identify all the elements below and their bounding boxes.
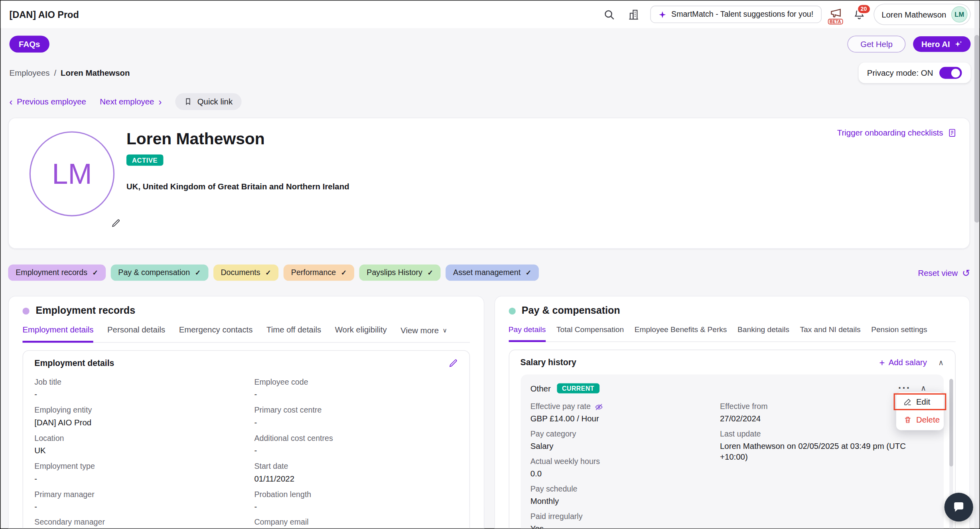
entry-options-dots-icon[interactable]: ··· (898, 385, 911, 391)
breadcrumb-employees[interactable]: Employees (10, 68, 50, 78)
privacy-mode-toggle[interactable] (939, 67, 962, 79)
collapse-chevron-up-icon[interactable]: ∧ (938, 358, 944, 367)
view-chips-row: Employment records✓ Pay & compensation✓ … (8, 265, 970, 281)
employment-records-panel: Employment records Employment details Pe… (8, 296, 484, 529)
field-company-email: Company email- (254, 518, 457, 529)
tab-tax-ni-details[interactable]: Tax and NI details (800, 325, 861, 342)
salary-history-title: Salary history (521, 358, 576, 367)
hero-ai-button[interactable]: Hero AI (913, 36, 971, 52)
trigger-onboarding-link[interactable]: Trigger onboarding checklists (837, 128, 957, 138)
chat-support-button[interactable] (945, 493, 973, 521)
edit-pen-icon (904, 398, 912, 406)
scrollbar-thumb[interactable] (949, 379, 953, 467)
employee-avatar[interactable]: LM (30, 131, 114, 216)
breadcrumb: Employees / Loren Mathewson (10, 68, 130, 78)
check-icon: ✓ (265, 269, 271, 277)
tab-view-more[interactable]: View more ∨ (400, 325, 447, 342)
field-actual-weekly-hours: Actual weekly hours0.0 (530, 457, 720, 479)
field-start-date: Start date01/11/2022 (254, 462, 457, 484)
menu-item-delete[interactable]: Delete (901, 413, 939, 427)
chip-documents[interactable]: Documents✓ (213, 265, 279, 281)
field-primary-manager: Primary manager- (34, 490, 238, 512)
panel-dot (509, 307, 515, 314)
avatar-edit-pencil-icon[interactable] (111, 218, 121, 228)
chevron-down-icon: ∨ (443, 327, 447, 334)
toggle-knob (951, 69, 960, 77)
chip-payslips-history[interactable]: Payslips History✓ (359, 265, 441, 281)
tab-emergency-contacts[interactable]: Emergency contacts (179, 325, 253, 342)
panel-title: Employment records (35, 305, 135, 316)
quick-link-button[interactable]: Quick link (175, 93, 241, 110)
faqs-button[interactable]: FAQs (10, 35, 49, 52)
eye-off-icon[interactable] (594, 402, 603, 411)
tab-banking-details[interactable]: Banking details (737, 325, 789, 342)
tab-pay-details[interactable]: Pay details (509, 325, 546, 342)
check-icon: ✓ (427, 269, 433, 277)
help-actions-row: FAQs Get Help Hero AI (1, 28, 980, 53)
panel-title: Pay & compensation (522, 305, 620, 316)
edit-section-pencil-icon[interactable] (448, 358, 458, 368)
field-additional-cost-centres: Additional cost centres- (254, 434, 457, 456)
chip-pay-compensation[interactable]: Pay & compensation✓ (110, 265, 208, 281)
quick-link-label: Quick link (197, 97, 233, 106)
add-salary-button[interactable]: + Add salary (879, 358, 927, 367)
field-pay-schedule: Pay scheduleMonthly (530, 484, 720, 507)
reset-view-label: Reset view (918, 268, 958, 277)
user-avatar: LM (951, 6, 968, 23)
notification-count-badge: 20 (856, 4, 871, 14)
field-location: LocationUK (34, 434, 238, 456)
scrollbar-thumb[interactable] (974, 35, 980, 223)
employment-records-tabs: Employment details Personal details Emer… (22, 325, 469, 343)
tab-time-off-details[interactable]: Time off details (266, 325, 321, 342)
check-icon: ✓ (195, 269, 201, 277)
chevron-right-icon: › (158, 97, 162, 106)
trigger-onboarding-label: Trigger onboarding checklists (837, 128, 943, 138)
beta-feature-icon[interactable]: BETA (830, 6, 845, 23)
employee-summary-card: LM Loren Mathewson ACTIVE UK, United Kin… (8, 118, 970, 249)
field-probation-length: Probation length- (254, 490, 457, 512)
previous-employee-label: Previous employee (17, 97, 86, 106)
chip-asset-management[interactable]: Asset management✓ (446, 265, 539, 281)
trash-icon (904, 416, 912, 424)
plus-icon: + (879, 358, 885, 367)
breadcrumb-separator: / (54, 68, 56, 78)
privacy-mode-card: Privacy mode: ON (858, 63, 971, 83)
entry-collapse-chevron-up-icon[interactable]: ∧ (921, 384, 926, 393)
next-employee-link[interactable]: Next employee › (100, 97, 162, 106)
tab-work-eligibility[interactable]: Work eligibility (335, 325, 387, 342)
organisation-icon[interactable] (626, 6, 642, 23)
page-scrollbar[interactable] (974, 1, 980, 529)
breadcrumb-row: Employees / Loren Mathewson Privacy mode… (1, 63, 980, 83)
app-root: [DAN] AIO Prod SmartMatch - Talent sugge… (0, 0, 980, 529)
field-employee-code: Employee code- (254, 378, 457, 400)
sparkle-icon (658, 10, 666, 18)
user-menu-button[interactable]: Loren Mathewson LM (874, 4, 971, 25)
chip-employment-records[interactable]: Employment records✓ (8, 265, 106, 281)
tab-pension-settings[interactable]: Pension settings (871, 325, 927, 342)
topbar-actions: SmartMatch - Talent suggestions for you!… (601, 4, 970, 25)
search-icon[interactable] (601, 6, 617, 23)
reset-view-link[interactable]: Reset view ↺ (918, 268, 970, 277)
tab-personal-details[interactable]: Personal details (107, 325, 165, 342)
chip-performance[interactable]: Performance✓ (284, 265, 354, 281)
employee-name: Loren Mathewson (126, 130, 349, 149)
tab-employee-benefits[interactable]: Employee Benefits & Perks (635, 325, 727, 342)
pay-compensation-tabs: Pay details Total Compensation Employee … (509, 325, 956, 342)
field-secondary-manager: Secondary manager- (34, 518, 238, 529)
get-help-button[interactable]: Get Help (847, 35, 905, 52)
topbar: [DAN] AIO Prod SmartMatch - Talent sugge… (1, 1, 980, 28)
employment-details-card: Employment details Job title- Employee c… (22, 350, 469, 529)
menu-item-edit[interactable]: Edit (894, 393, 946, 410)
notifications-bell-icon[interactable]: 20 (853, 8, 865, 20)
smartmatch-button[interactable]: SmartMatch - Talent suggestions for you! (650, 6, 822, 23)
employee-nav-row: ‹ Previous employee Next employee › Quic… (10, 93, 971, 110)
tab-employment-details[interactable]: Employment details (22, 325, 93, 343)
privacy-mode-label: Privacy mode: ON (867, 68, 933, 78)
previous-employee-link[interactable]: ‹ Previous employee (10, 97, 86, 106)
content-columns: Employment records Employment details Pe… (8, 296, 970, 529)
employee-location: UK, United Kingdom of Great Britain and … (126, 182, 349, 191)
employment-details-grid: Job title- Employee code- Employing enti… (34, 378, 457, 529)
field-pay-category: Pay categorySalary (530, 429, 720, 452)
sparkle-icon (954, 40, 962, 48)
tab-total-compensation[interactable]: Total Compensation (556, 325, 624, 342)
